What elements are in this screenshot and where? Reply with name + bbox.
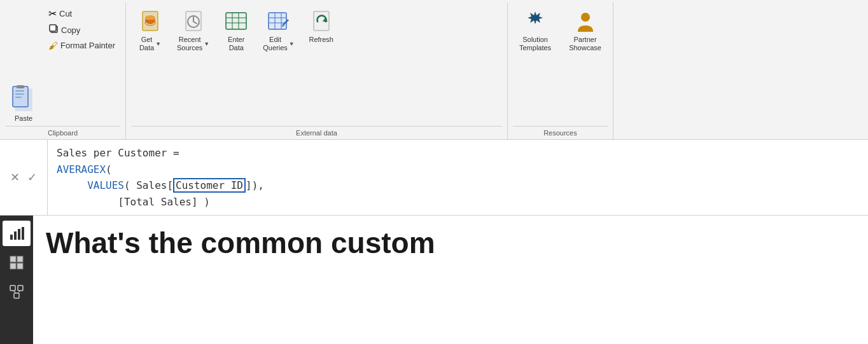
svg-rect-14	[226, 13, 246, 29]
svg-rect-5	[15, 97, 22, 98]
solution-templates-button[interactable]: SolutionTemplates	[513, 5, 557, 56]
enter-data-label: EnterData	[228, 36, 244, 52]
formula-input[interactable]: Sales per Customer = AVERAGEX( VALUES( S…	[48, 140, 868, 215]
svg-rect-36	[18, 286, 23, 291]
format-painter-button[interactable]: 🖌 Format Painter	[46, 39, 118, 52]
formula-values-end: ]),	[246, 179, 264, 191]
enter-data-button[interactable]: EnterData	[217, 5, 255, 56]
paste-icon	[10, 85, 37, 113]
get-data-label: GetData	[139, 36, 154, 52]
svg-rect-19	[269, 13, 286, 29]
svg-rect-37	[14, 293, 19, 298]
svg-point-10	[145, 15, 155, 20]
get-data-icon	[137, 9, 163, 34]
resources-group-label: Resources	[513, 126, 608, 139]
partner-showcase-label: PartnerShowcase	[569, 36, 601, 52]
clipboard-group: Paste ✂ Cut Copy 🖌 Format	[0, 3, 126, 139]
formula-values: VALUES	[87, 179, 124, 191]
refresh-icon	[309, 9, 334, 34]
svg-rect-7	[50, 25, 56, 31]
recent-sources-arrow: ▼	[204, 41, 209, 47]
svg-rect-35	[10, 286, 15, 291]
cut-button[interactable]: ✂ Cut	[46, 6, 118, 21]
report-icon	[9, 226, 24, 241]
enter-data-icon	[223, 9, 249, 34]
format-painter-label: Format Painter	[60, 41, 115, 50]
content-headline: What's the common custom	[33, 216, 868, 259]
formula-controls: ✕ ✓	[0, 140, 48, 215]
formula-bar: ✕ ✓ Sales per Customer = AVERAGEX( VALUE…	[0, 140, 868, 216]
model-icon	[9, 284, 24, 299]
partner-showcase-button[interactable]: PartnerShowcase	[563, 5, 608, 56]
svg-rect-30	[22, 227, 24, 240]
svg-rect-29	[18, 229, 20, 240]
copy-label: Copy	[61, 25, 80, 35]
partner-showcase-icon	[573, 9, 598, 34]
svg-rect-33	[10, 263, 16, 269]
svg-rect-27	[10, 235, 13, 240]
sidebar-item-data[interactable]	[3, 250, 31, 275]
clipboard-right: ✂ Cut Copy 🖌 Format Painter	[43, 3, 120, 126]
formula-highlight: Customer ID	[173, 178, 246, 193]
edit-queries-button[interactable]: EditQueries ▼	[256, 5, 300, 56]
formula-line1: Sales per Customer =	[57, 147, 179, 159]
refresh-button[interactable]: Refresh	[302, 5, 340, 48]
edit-queries-arrow: ▼	[289, 41, 295, 47]
content-area: What's the common custom	[33, 216, 868, 344]
formula-total-sales: [Total Sales] )	[118, 196, 210, 208]
get-data-arrow: ▼	[155, 41, 161, 47]
svg-rect-31	[10, 256, 16, 262]
format-painter-icon: 🖌	[48, 40, 58, 51]
paste-label: Paste	[15, 114, 32, 122]
recent-sources-icon	[181, 9, 206, 34]
svg-rect-32	[17, 256, 23, 262]
sidebar-item-report[interactable]	[3, 221, 31, 246]
main-area: What's the common custom	[0, 216, 868, 344]
formula-confirm-button[interactable]: ✓	[25, 169, 39, 186]
resources-group: SolutionTemplates PartnerShowcase Resour…	[508, 3, 613, 139]
cut-icon: ✂	[48, 8, 57, 20]
sidebar	[0, 216, 33, 344]
recent-sources-label: RecentSources	[177, 36, 202, 52]
paste-button[interactable]: Paste	[5, 3, 42, 126]
formula-values-paren: ( Sales[	[124, 179, 173, 191]
external-data-group-label: External data	[131, 126, 502, 139]
recent-sources-button[interactable]: RecentSources ▼	[171, 5, 216, 56]
get-data-button[interactable]: GetData ▼	[131, 5, 169, 56]
edit-queries-icon	[266, 9, 291, 34]
copy-button[interactable]: Copy	[46, 22, 118, 38]
solution-templates-label: SolutionTemplates	[519, 36, 551, 52]
edit-queries-label: EditQueries	[263, 36, 288, 52]
solution-templates-icon	[522, 9, 548, 34]
svg-rect-28	[14, 231, 17, 240]
svg-rect-34	[17, 263, 23, 269]
refresh-label: Refresh	[309, 36, 333, 44]
svg-rect-3	[15, 90, 24, 92]
sidebar-item-model[interactable]	[3, 279, 31, 305]
copy-icon	[48, 24, 59, 36]
data-icon	[9, 255, 24, 270]
formula-cancel-button[interactable]: ✕	[8, 169, 22, 186]
ribbon: Paste ✂ Cut Copy 🖌 Format	[0, 0, 868, 140]
external-data-group: GetData ▼ RecentSources ▼	[126, 3, 508, 139]
svg-rect-2	[17, 85, 24, 88]
formula-averagex: AVERAGEX	[57, 163, 106, 175]
svg-point-26	[581, 13, 590, 22]
cut-label: Cut	[59, 9, 72, 18]
clipboard-group-label: Clipboard	[5, 126, 120, 139]
formula-indent1	[57, 179, 87, 191]
formula-paren1: (	[106, 163, 112, 175]
formula-indent2	[57, 196, 118, 208]
svg-rect-4	[15, 93, 24, 95]
